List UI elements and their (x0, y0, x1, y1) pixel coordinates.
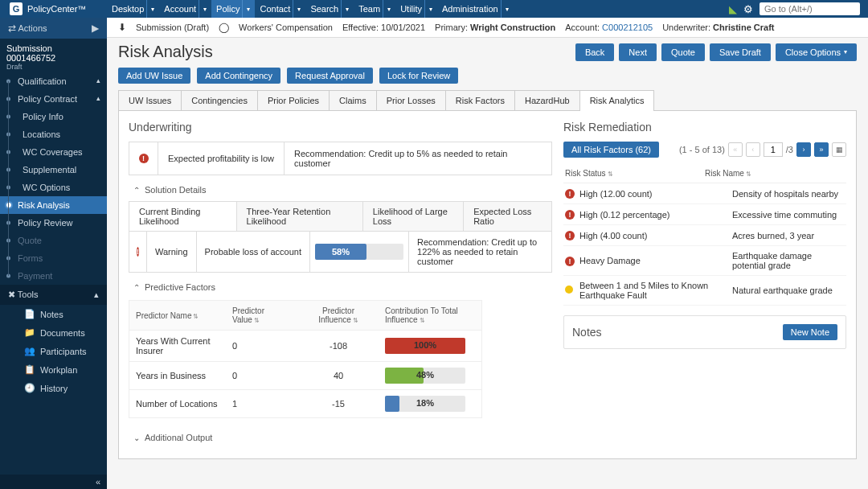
sidebar-item-wc-options[interactable]: WC Options (0, 179, 107, 196)
sidebar-item-supplemental[interactable]: Supplemental (0, 161, 107, 179)
sort-icon[interactable]: ⇅ (420, 317, 425, 324)
tool-history[interactable]: 🕘History (0, 379, 107, 397)
bookmark-icon[interactable]: ◣ (729, 3, 737, 15)
grid-view-icon[interactable]: ▦ (832, 142, 846, 157)
chevron-down-icon: ▾ (293, 0, 301, 18)
sort-icon[interactable]: ⇅ (608, 171, 613, 178)
risk-row[interactable]: Between 1 and 5 Miles to Known Earthquak… (563, 276, 846, 306)
add-uw-issue-button[interactable]: Add UW Issue (118, 68, 190, 84)
sort-icon[interactable]: ⇅ (353, 317, 358, 324)
topmenu-administration[interactable]: Administration▾ (437, 0, 514, 18)
info-account: Account: C000212105 (565, 23, 653, 32)
sidebar-item-locations[interactable]: Locations (0, 125, 107, 143)
chevron-down-icon: ▾ (383, 0, 391, 18)
tool-documents[interactable]: 📁Documents (0, 323, 107, 342)
tab-uw-issues[interactable]: UW Issues (118, 90, 182, 110)
tab-claims[interactable]: Claims (329, 90, 377, 110)
product-icon: ◯ (219, 22, 229, 33)
alert-text: Expected profitability is low (158, 142, 285, 175)
innertab-current-binding-likelihood[interactable]: Current Binding Likelihood (129, 202, 237, 231)
sidebar-item-policy-review[interactable]: Policy Review (0, 214, 107, 232)
tool-notes[interactable]: 📄Notes (0, 305, 107, 323)
page-prev[interactable]: ‹ (746, 142, 760, 157)
risk-row[interactable]: !Heavy DamageEarthquake damage potential… (563, 246, 846, 276)
innertab-expected-loss-ratio[interactable]: Expected Loss Ratio (464, 202, 551, 231)
predictors-header: Predictor Name⇅ Predictor Value⇅ Predict… (129, 301, 481, 330)
chevron-up-icon: ⌃ (133, 186, 140, 195)
sort-icon[interactable]: ⇅ (254, 317, 260, 324)
innertab-three-year-retention-likelihood[interactable]: Three-Year Retention Likelihood (237, 202, 363, 231)
sidebar-collapse[interactable]: « (0, 475, 107, 489)
request-approval-button[interactable]: Request Approval (287, 68, 373, 84)
sidebar-item-policy-info[interactable]: Policy Info (0, 108, 107, 125)
topmenu-policy[interactable]: Policy▾ (211, 0, 255, 18)
page-next[interactable]: › (796, 142, 811, 157)
topmenu-search[interactable]: Search▾ (305, 0, 354, 18)
page-first[interactable]: « (728, 142, 743, 157)
close-options-button[interactable]: Close Options▾ (776, 43, 857, 61)
risk-row[interactable]: !High (12.00 count)Density of hospitals … (563, 183, 846, 204)
info-primary: Primary: Wright Construction (435, 23, 555, 32)
sidebar-tools-header[interactable]: ✖ Tools ▴ (0, 285, 107, 305)
sidebar-item-risk-analysis[interactable]: Risk Analysis (0, 196, 107, 214)
tab-prior-policies[interactable]: Prior Policies (257, 90, 330, 110)
documents-icon: 📁 (24, 327, 35, 338)
gear-icon[interactable]: ⚙ (743, 3, 753, 15)
quote-button[interactable]: Quote (661, 43, 705, 61)
workplan-icon: 📋 (24, 364, 35, 375)
pagination: (1 - 5 of 13) « ‹ /3 › » ▦ (679, 142, 846, 157)
tab-risk-analytics[interactable]: Risk Analytics (579, 90, 655, 110)
sidebar-item-policy-contract[interactable]: Policy Contract▴ (0, 90, 107, 108)
chevron-down-icon: ▾ (501, 0, 509, 18)
save-draft-button[interactable]: Save Draft (710, 43, 771, 61)
add-contingency-button[interactable]: Add Contingency (197, 68, 280, 84)
additional-output-expander[interactable]: ⌄ Additional Output (129, 418, 552, 449)
tab-hazardhub[interactable]: HazardHub (514, 90, 580, 110)
risk-row[interactable]: !High (0.12 percentage)Excessive time co… (563, 204, 846, 225)
sort-icon[interactable]: ⇅ (193, 313, 199, 320)
innertab-likelihood-of-large-loss[interactable]: Likelihood of Large Loss (363, 202, 464, 231)
topmenu-utility[interactable]: Utility▾ (395, 0, 437, 18)
chevron-up-icon: ▴ (94, 290, 99, 300)
sidebar-actions[interactable]: ⇄ Actions ▶ (0, 18, 107, 39)
risk-row[interactable]: !High (4.00 count)Acres burned, 3 year (563, 225, 846, 246)
account-link[interactable]: C000212105 (602, 23, 653, 32)
tab-risk-factors[interactable]: Risk Factors (445, 90, 515, 110)
predictive-factors-label: Predictive Factors (145, 282, 215, 292)
tab-contingencies[interactable]: Contingencies (181, 90, 258, 110)
sort-icon[interactable]: ⇅ (746, 171, 751, 178)
all-risk-factors-chip[interactable]: All Risk Factors (62) (563, 142, 659, 158)
sidebar-item-qualification[interactable]: Qualification▴ (0, 72, 107, 90)
paging-range: (1 - 5 of 13) (679, 145, 725, 154)
topmenu-account[interactable]: Account▾ (159, 0, 211, 18)
history-icon: 🕘 (24, 383, 35, 393)
tool-participants[interactable]: 👥Participants (0, 342, 107, 360)
binding-progress-fill: 58% (315, 244, 366, 260)
underwriting-panel: Underwriting ! Expected profitability is… (129, 121, 552, 449)
tab-prior-losses[interactable]: Prior Losses (376, 90, 446, 110)
solution-details-expander[interactable]: ⌃ Solution Details (129, 175, 552, 201)
topmenu-contact[interactable]: Contact▾ (255, 0, 305, 18)
topmenu-desktop[interactable]: Desktop▾ (107, 0, 159, 18)
action-buttons-row: Add UW IssueAdd ContingencyRequest Appro… (107, 68, 868, 90)
warning-recommendation: Recommendation: Credit up to 122% as nee… (409, 232, 551, 272)
lock-for-review-button[interactable]: Lock for Review (379, 68, 458, 84)
page-input[interactable] (764, 142, 783, 157)
new-note-button[interactable]: New Note (783, 324, 837, 340)
sidebar-item-forms: Forms (0, 249, 107, 267)
info-effective: Effective: 10/01/2021 (342, 23, 425, 32)
tool-workplan[interactable]: 📋Workplan (0, 360, 107, 379)
global-search-input[interactable] (760, 2, 860, 15)
back-button[interactable]: Back (575, 43, 614, 61)
chevron-down-icon: ▾ (146, 0, 154, 18)
brand-logo: G PolicyCenter™ (0, 2, 107, 15)
download-icon[interactable]: ⬇ (118, 22, 126, 33)
title-bar: Risk Analysis BackNextQuoteSave DraftClo… (107, 38, 868, 68)
page-last[interactable]: » (814, 142, 829, 157)
sidebar-item-wc-coverages[interactable]: WC Coverages (0, 143, 107, 161)
top-bar: G PolicyCenter™ Desktop▾Account▾Policy▾C… (0, 0, 868, 18)
predictive-factors-expander[interactable]: ⌃ Predictive Factors (129, 273, 552, 298)
next-button[interactable]: Next (619, 43, 657, 61)
topmenu-team[interactable]: Team▾ (354, 0, 395, 18)
warning-icon: ! (137, 247, 139, 257)
